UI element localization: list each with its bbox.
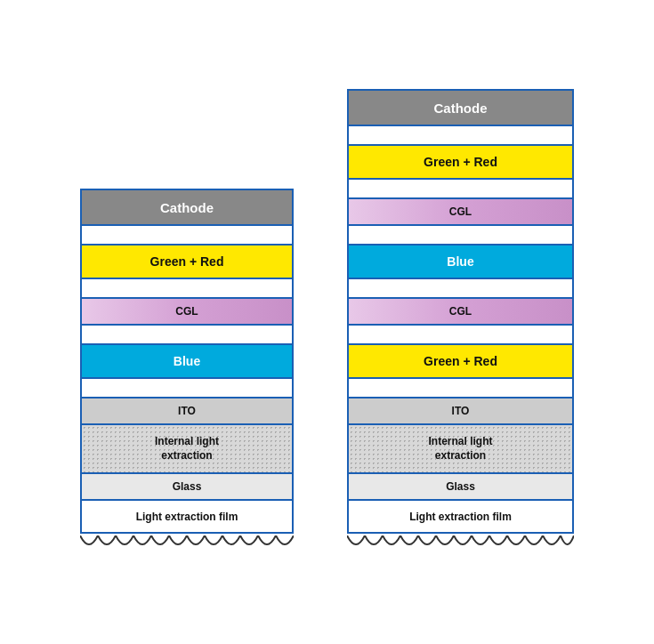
layer-blue-left: Blue [82,345,292,379]
diagrams-container: Cathode Green + Red CGL Blue ITO Interna… [62,71,592,573]
layer-greenred1-right: Green + Red [349,146,572,180]
layer-lef-right: Light extraction film [349,501,572,532]
layer-ito-left: ITO [82,398,292,425]
right-diagram: Cathode Green + Red CGL Blue CGL Green +… [347,89,574,555]
layer-cgl1-right: CGL [349,199,572,226]
layer-glass-left: Glass [82,474,292,501]
layer-cathode-left: Cathode [82,190,292,226]
layer-white2-right [349,180,572,199]
layer-cgl-left: CGL [82,299,292,326]
layer-cgl2-right: CGL [349,299,572,326]
layer-white3-right [349,226,572,246]
right-stack: Cathode Green + Red CGL Blue CGL Green +… [347,89,574,534]
left-stack: Cathode Green + Red CGL Blue ITO Interna… [80,189,294,534]
layer-white5-right [349,326,572,345]
layer-white6-right [349,379,572,398]
layer-greenred2-right: Green + Red [349,345,572,379]
layer-white1-right [349,126,572,146]
layer-ile-left: Internal lightextraction [82,425,292,474]
layer-greenred-left: Green + Red [82,246,292,279]
layer-lef-left: Light extraction film [82,501,292,532]
layer-ile-right: Internal lightextraction [349,425,572,474]
layer-ito-right: ITO [349,398,572,425]
layer-cathode-right: Cathode [349,91,572,126]
layer-white4-left [82,379,292,398]
left-diagram: Cathode Green + Red CGL Blue ITO Interna… [80,189,294,555]
layer-blue-right: Blue [349,246,572,279]
scallop-left [80,535,294,555]
layer-white1-left [82,226,292,246]
layer-white2-left [82,279,292,299]
layer-glass-right: Glass [349,474,572,501]
scallop-right [347,535,574,555]
layer-white4-right [349,279,572,299]
layer-white3-left [82,326,292,345]
